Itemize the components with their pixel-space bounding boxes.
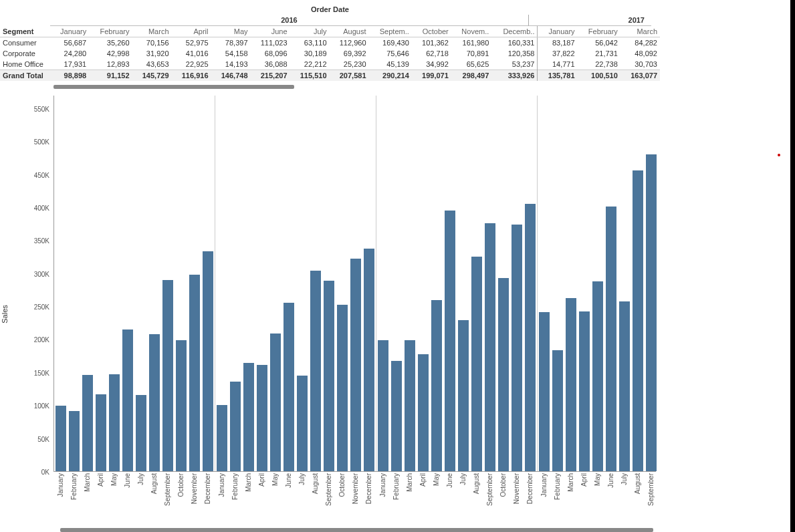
bar[interactable]	[82, 375, 93, 471]
cell[interactable]: 21,731	[578, 48, 620, 59]
bar[interactable]	[350, 259, 361, 471]
bar[interactable]	[176, 340, 187, 471]
cell[interactable]: 70,891	[451, 48, 492, 59]
bar[interactable]	[297, 376, 308, 471]
bar[interactable]	[217, 405, 227, 471]
bar[interactable]	[646, 154, 657, 471]
cell[interactable]: 91,152	[89, 70, 132, 82]
cell[interactable]: 36,088	[251, 59, 290, 70]
bar[interactable]	[257, 365, 267, 471]
bar[interactable]	[525, 204, 536, 471]
bar[interactable]	[405, 340, 415, 471]
cell[interactable]: 111,023	[251, 37, 290, 49]
cell[interactable]: 135,781	[538, 70, 578, 82]
row-label[interactable]: Corporate	[0, 48, 50, 59]
month-header[interactable]: January	[50, 26, 89, 37]
bar[interactable]	[189, 275, 200, 471]
row-label[interactable]: Consumer	[0, 37, 50, 49]
month-header[interactable]: Decemb..	[491, 26, 538, 37]
cell[interactable]: 298,497	[451, 70, 492, 82]
bar[interactable]	[310, 271, 321, 471]
bar[interactable]	[270, 334, 281, 471]
bar[interactable]	[592, 281, 603, 471]
row-label[interactable]: Grand Total	[0, 70, 50, 82]
bar[interactable]	[539, 312, 550, 471]
cell[interactable]: 48,092	[620, 48, 660, 59]
bar[interactable]	[283, 303, 294, 471]
cell[interactable]: 31,920	[132, 48, 172, 59]
table-horizontal-scrollbar[interactable]	[53, 85, 294, 89]
bar[interactable]	[431, 300, 442, 471]
month-header[interactable]: January	[538, 26, 578, 37]
cell[interactable]: 65,625	[451, 59, 492, 70]
bar[interactable]	[96, 394, 106, 471]
cell[interactable]: 333,926	[491, 70, 538, 82]
bar[interactable]	[445, 211, 455, 471]
cell[interactable]: 45,139	[369, 59, 412, 70]
segment-header[interactable]: Segment	[0, 26, 50, 37]
bar[interactable]	[579, 311, 590, 471]
bar[interactable]	[55, 406, 66, 471]
cell[interactable]: 22,212	[290, 59, 330, 70]
bar[interactable]	[418, 354, 429, 471]
bar[interactable]	[109, 374, 120, 471]
cell[interactable]: 14,771	[538, 59, 578, 70]
bar[interactable]	[69, 411, 80, 471]
bar[interactable]	[364, 249, 374, 471]
bar[interactable]	[566, 298, 576, 471]
bar[interactable]	[337, 305, 348, 471]
bar[interactable]	[203, 251, 213, 471]
cell[interactable]: 12,893	[89, 59, 132, 70]
cell[interactable]: 70,156	[132, 37, 172, 49]
cell[interactable]: 146,748	[211, 70, 251, 82]
month-header[interactable]: May	[211, 26, 251, 37]
cell[interactable]: 161,980	[451, 37, 492, 49]
cell[interactable]: 69,392	[330, 48, 369, 59]
cell[interactable]: 34,992	[412, 59, 451, 70]
bar[interactable]	[633, 170, 643, 471]
cell[interactable]: 120,358	[491, 48, 538, 59]
cell[interactable]: 22,925	[172, 59, 211, 70]
row-label[interactable]: Home Office	[0, 59, 50, 70]
cell[interactable]: 42,998	[89, 48, 132, 59]
month-header[interactable]: March	[620, 26, 660, 37]
cell[interactable]: 116,916	[172, 70, 211, 82]
cell[interactable]: 145,729	[132, 70, 172, 82]
cell[interactable]: 169,430	[369, 37, 412, 49]
cell[interactable]: 83,187	[538, 37, 578, 49]
chart-horizontal-scrollbar[interactable]	[60, 528, 653, 532]
bar[interactable]	[230, 382, 241, 471]
bar[interactable]	[606, 207, 616, 471]
bar[interactable]	[471, 257, 482, 471]
bar[interactable]	[512, 225, 522, 471]
cell[interactable]: 78,397	[211, 37, 251, 49]
cell[interactable]: 75,646	[369, 48, 412, 59]
month-header[interactable]: February	[578, 26, 620, 37]
cell[interactable]: 199,071	[412, 70, 451, 82]
year-header-2017[interactable]: 2017	[528, 15, 651, 26]
month-header[interactable]: March	[132, 26, 172, 37]
month-header[interactable]: July	[290, 26, 330, 37]
cell[interactable]: 24,280	[50, 48, 89, 59]
cell[interactable]: 25,230	[330, 59, 369, 70]
bar[interactable]	[136, 395, 146, 471]
cell[interactable]: 30,189	[290, 48, 330, 59]
cell[interactable]: 98,898	[50, 70, 89, 82]
cell[interactable]: 101,362	[412, 37, 451, 49]
bar[interactable]	[243, 363, 254, 471]
cell[interactable]: 290,214	[369, 70, 412, 82]
bar[interactable]	[485, 223, 495, 471]
cell[interactable]: 100,510	[578, 70, 620, 82]
cell[interactable]: 63,110	[290, 37, 330, 49]
cell[interactable]: 68,096	[251, 48, 290, 59]
cell[interactable]: 54,158	[211, 48, 251, 59]
cell[interactable]: 84,282	[620, 37, 660, 49]
cell[interactable]: 22,738	[578, 59, 620, 70]
month-header[interactable]: Novem..	[451, 26, 492, 37]
bar[interactable]	[391, 361, 402, 471]
cell[interactable]: 160,331	[491, 37, 538, 49]
cell[interactable]: 14,193	[211, 59, 251, 70]
month-header[interactable]: October	[412, 26, 451, 37]
month-header[interactable]: February	[89, 26, 132, 37]
cell[interactable]: 215,207	[251, 70, 290, 82]
